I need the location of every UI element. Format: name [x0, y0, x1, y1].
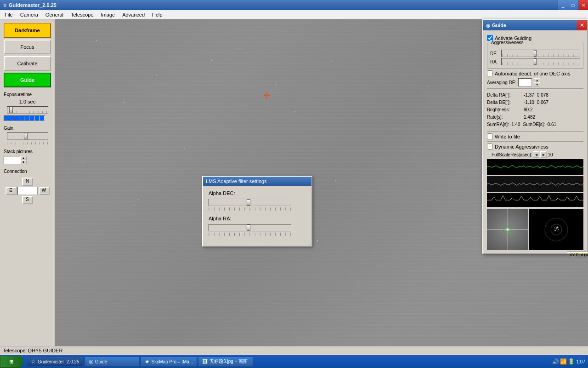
compass-e-button[interactable]: E	[6, 187, 17, 195]
taskbar-label-0: Guidemaster_2.0.25	[38, 359, 79, 364]
svg-point-7	[554, 230, 556, 231]
aggressiveness-group: Aggressiveness DE |||||||||||||||| RA	[487, 43, 583, 69]
delta-de-row: Delta DE["]: -1.10 0.067	[487, 99, 583, 106]
delta-de-value1: -1.10	[524, 99, 534, 106]
tray-icon-1[interactable]: 🔊	[552, 358, 559, 365]
svg-rect-1	[487, 176, 583, 192]
gain-slider[interactable]	[7, 132, 48, 140]
de-slider-row: DE ||||||||||||||||	[490, 50, 580, 57]
darkframe-button[interactable]: Darkframe	[4, 23, 51, 38]
alpha-ra-label: Alpha RA:	[209, 216, 306, 221]
sum-ra-value: -1.40	[510, 121, 520, 128]
fullscale-value: 10	[548, 152, 553, 157]
menu-help[interactable]: Help	[148, 11, 166, 18]
lms-dialog-title: LMS Adaptive filter settings	[206, 178, 267, 184]
compass-s-button[interactable]: S	[22, 196, 33, 204]
write-file-checkbox[interactable]	[487, 133, 493, 139]
tray-icon-2[interactable]: 📶	[560, 358, 567, 365]
guide-body: Activate Guiding Aggressiveness DE |||||…	[483, 30, 587, 253]
stack-value[interactable]: 0	[4, 156, 20, 164]
taskbar-label-2: SkyMap Pro – [Ma...	[152, 359, 193, 364]
de-slider[interactable]: ||||||||||||||||	[501, 50, 580, 57]
compass: N E 1000 W S	[4, 178, 51, 204]
menu-telescope[interactable]: Telescope	[67, 11, 97, 18]
averaging-down-button[interactable]: ▼	[534, 82, 540, 86]
alpha-dec-slider[interactable]	[209, 199, 291, 206]
ra-slider[interactable]: ||||||||||||||||	[501, 58, 580, 65]
taskbar-time: 1:07	[577, 359, 585, 364]
star-dot	[506, 228, 509, 231]
status-bar: Telescope: QHY5 GUIDER	[0, 346, 588, 355]
stack-label: Stack pictures	[4, 149, 51, 154]
compass-n-button[interactable]: N	[22, 178, 33, 186]
focus-button[interactable]: Focus	[4, 40, 51, 54]
fullscale-label: FullScaleRes[asec]:	[492, 152, 532, 157]
dec-chart-svg	[487, 176, 583, 192]
lms-title-bar[interactable]: LMS Adaptive filter settings	[203, 177, 311, 186]
close-button[interactable]: ✕	[578, 0, 588, 10]
rate-row: Rate[s]: 1.482	[487, 114, 583, 121]
chart-dec	[487, 176, 583, 192]
menu-file[interactable]: File	[1, 11, 17, 18]
guide-star-crosshair[interactable]	[263, 91, 272, 100]
rate-label: Rate[s]:	[487, 114, 524, 121]
main-layout: Darkframe Focus Calibrate Guide Exposure…	[0, 19, 588, 355]
tray-icon-3[interactable]: 🔋	[568, 358, 575, 365]
taskbar-item-1[interactable]: ◎ Guide	[85, 356, 140, 367]
tray-icons: 🔊 📶 🔋	[552, 358, 575, 365]
gain-label: Gain	[4, 126, 51, 131]
aggressiveness-group-label: Aggressiveness	[490, 40, 525, 45]
xy-plot[interactable]	[529, 209, 583, 250]
alpha-dec-ticks: |||||||||||||||||	[209, 207, 291, 210]
xy-plot-container[interactable]: XY-Plot (X=RA, Y=DEC). Click to clear	[529, 209, 583, 250]
svg-point-11	[558, 231, 559, 232]
ra-slider-row: RA ||||||||||||||||	[490, 58, 580, 65]
taskbar: ⊞ ☆ Guidemaster_2.0.25 ◎ Guide ★ SkyMap …	[0, 355, 588, 368]
telescope-status-label: Telescope:	[3, 348, 27, 353]
menu-camera[interactable]: Camera	[17, 11, 42, 18]
exposure-slider[interactable]: ||||||||||	[7, 106, 48, 114]
maximize-button[interactable]: □	[568, 0, 578, 10]
fullscale-inc-button[interactable]: ►	[540, 151, 547, 158]
delta-ra-row: Delta RA["]: -1.37 0.078	[487, 92, 583, 99]
minimize-button[interactable]: _	[558, 0, 568, 10]
svg-point-9	[556, 228, 557, 230]
menu-image[interactable]: Image	[97, 11, 119, 18]
averaging-up-button[interactable]: ▲	[534, 78, 540, 82]
menu-bar: File Camera General Telescope Image Adva…	[0, 10, 588, 19]
calibrate-button[interactable]: Calibrate	[4, 56, 51, 71]
compass-w-button[interactable]: W	[39, 187, 50, 195]
guide-title-bar[interactable]: ◎ Guide ✕	[483, 20, 587, 30]
chart-ra	[487, 159, 583, 175]
connection-label: Connection	[4, 169, 51, 174]
averaging-value[interactable]: 1	[518, 78, 532, 86]
delta-ra-value1: -1.37	[524, 92, 534, 99]
fullscale-dec-button[interactable]: ◄	[533, 151, 539, 158]
alpha-ra-slider[interactable]	[209, 224, 291, 231]
delta-ra-value2: 0.078	[537, 92, 548, 99]
delta-de-label: Delta DE["]:	[487, 99, 524, 106]
brightness-value: 90.2	[524, 106, 532, 114]
taskbar-item-0[interactable]: ☆ Guidemaster_2.0.25	[27, 356, 84, 367]
taskbar-item-3[interactable]: 🖼 无标题3.jpg – 画图	[198, 356, 253, 367]
de-label: DE	[490, 51, 499, 56]
stack-down-button[interactable]: ▼	[20, 160, 27, 164]
menu-general[interactable]: General	[42, 11, 67, 18]
menu-advanced[interactable]: Advanced	[119, 11, 148, 18]
auto-deact-checkbox[interactable]	[487, 70, 493, 76]
guide-close-button[interactable]: ✕	[577, 20, 587, 30]
taskbar-item-2[interactable]: ★ SkyMap Pro – [Ma...	[141, 356, 198, 367]
guide-dialog: ◎ Guide ✕ Activate Guiding Aggressivenes…	[482, 19, 588, 254]
compass-value-input[interactable]: 1000	[17, 187, 38, 195]
xy-plot-tooltip: XY-Plot (X=RA, Y=DEC). Click to clear	[567, 251, 588, 254]
alpha-ra-slider-row: |||||||||||||||||	[209, 223, 306, 236]
dynamic-aggressiveness-checkbox[interactable]	[487, 144, 493, 150]
ra-chart-svg	[487, 159, 583, 175]
stack-up-button[interactable]: ▲	[20, 156, 27, 160]
brightness-row: Brightness: 90.2	[487, 106, 583, 114]
start-button[interactable]: ⊞	[0, 356, 23, 368]
taskbar-icon-0: ☆	[31, 358, 36, 365]
xy-plot-svg	[529, 209, 583, 250]
guide-button[interactable]: Guide	[4, 73, 51, 87]
star-thumbnail[interactable]	[487, 209, 528, 250]
